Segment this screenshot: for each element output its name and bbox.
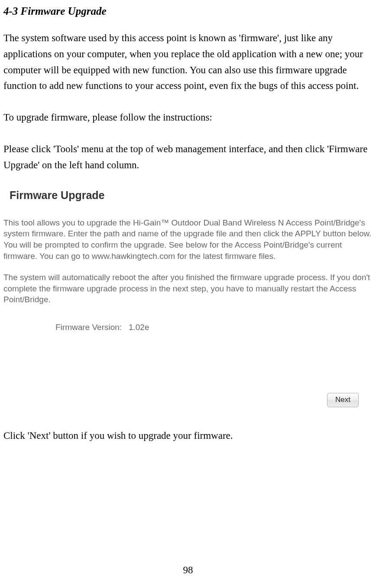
screenshot-title: Firmware Upgrade xyxy=(10,189,372,202)
intro-paragraph: The system software used by this access … xyxy=(3,30,373,94)
closing-paragraph: Click 'Next' button if you wish to upgra… xyxy=(3,428,373,444)
firmware-version-label: Firmware Version: xyxy=(55,323,122,332)
screenshot-body-2: The system will automatically reboot the… xyxy=(3,272,372,305)
next-button[interactable]: Next xyxy=(327,393,359,407)
instructions-intro: To upgrade firmware, please follow the i… xyxy=(3,110,373,126)
firmware-version-value: 1.02e xyxy=(129,323,149,332)
instructions-step: Please click 'Tools' menu at the top of … xyxy=(3,141,373,173)
firmware-upgrade-screenshot: Firmware Upgrade This tool allows you to… xyxy=(3,189,372,407)
screenshot-body-1: This tool allows you to upgrade the Hi-G… xyxy=(3,217,372,262)
firmware-version-row: Firmware Version: 1.02e xyxy=(55,323,372,332)
section-heading: 4-3 Firmware Upgrade xyxy=(3,5,373,17)
next-button-row: Next xyxy=(3,393,372,407)
page-number: 98 xyxy=(0,565,376,576)
